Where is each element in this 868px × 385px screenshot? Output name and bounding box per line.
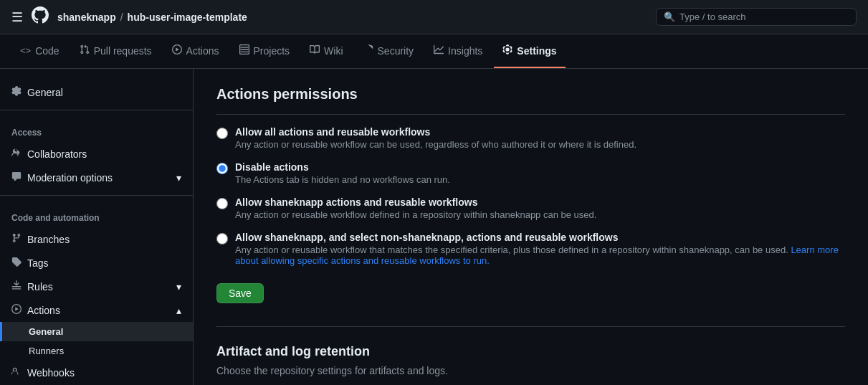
breadcrumb-repo[interactable]: hub-user-image-template [128,11,247,23]
sidebar-item-general-top[interactable]: General [0,80,193,104]
sidebar-label-moderation: Moderation options [27,172,113,184]
nav-item-projects[interactable]: Projects [231,34,299,68]
nav-item-security[interactable]: Security [355,34,423,68]
people-icon [11,148,22,160]
option-shaneknapp-desc: Any action or reusable workflow defined … [235,209,596,220]
search-placeholder: Type / to search [679,11,746,22]
option-allow-all-content: Allow all actions and reusable workflows… [235,126,636,150]
shield-icon [363,44,373,57]
sidebar-item-actions-expand[interactable]: Actions ▴ [0,298,193,322]
sidebar-label-actions: Actions [27,305,60,316]
option-disable-label: Disable actions [235,161,450,173]
sidebar-label-rules: Rules [27,281,53,293]
option-disable-actions: Disable actions The Actions tab is hidde… [216,161,845,185]
option-disable-desc: The Actions tab is hidden and no workflo… [235,174,450,185]
page-title: Actions permissions [216,86,845,115]
option-shaneknapp-label: Allow shaneknapp actions and reusable wo… [235,196,596,208]
option-allow-select: Allow shaneknapp, and select non-shanekn… [216,232,845,266]
rules-icon [11,280,22,293]
sidebar-item-webhooks[interactable]: Webhooks [0,361,193,384]
graph-icon [434,44,444,57]
tag-icon [11,257,22,269]
option-allow-shaneknapp: Allow shaneknapp actions and reusable wo… [216,196,845,220]
webhook-icon [11,366,22,379]
gear-icon [11,86,22,98]
nav-item-code[interactable]: <> Code [11,34,68,68]
sidebar-item-moderation[interactable]: Moderation options ▾ [0,166,193,189]
option-allow-all: Allow all actions and reusable workflows… [216,126,845,150]
sidebar-item-branches[interactable]: Branches [0,227,193,251]
nav-item-actions[interactable]: Actions [163,34,228,68]
sidebar-label-webhooks: Webhooks [27,367,75,379]
table-icon [239,44,249,57]
option-allow-all-desc: Any action or reusable workflow can be u… [235,139,636,150]
nav-item-settings[interactable]: Settings [494,34,565,68]
pr-icon [80,44,90,57]
option-select-label: Allow shaneknapp, and select non-shanekn… [235,232,845,243]
main-content: Actions permissions Allow all actions an… [194,69,868,385]
nav-label-pr: Pull requests [94,45,152,57]
sidebar-sub-label-general: General [29,326,63,337]
breadcrumb-sep: / [120,11,123,23]
topbar: ☰ shaneknapp / hub-user-image-template 🔍… [0,0,868,34]
nav-label-code: Code [35,45,59,57]
artifact-title: Artifact and log retention [216,344,845,359]
nav-label-insights: Insights [448,45,482,57]
nav-label-security: Security [378,45,414,57]
nav-label-wiki: Wiki [324,45,343,57]
option-select-desc: Any action or reusable workflow that mat… [235,244,845,266]
radio-allow-select[interactable] [216,233,228,244]
sidebar-sub-item-runners[interactable]: Runners [0,341,193,361]
nav-label-projects: Projects [254,45,290,57]
option-disable-content: Disable actions The Actions tab is hidde… [235,161,450,185]
page-layout: General Access Collaborators Moderation … [0,69,868,385]
sidebar-label-collaborators: Collaborators [27,148,87,160]
chevron-down-icon: ▾ [176,172,181,184]
book-icon [310,44,320,57]
option-allow-all-label: Allow all actions and reusable workflows [235,126,636,138]
gear-icon [502,44,512,57]
nav-label-settings: Settings [517,45,556,57]
radio-disable-actions[interactable] [216,163,228,174]
nav-label-actions: Actions [186,45,219,57]
sidebar-label-general: General [27,87,63,98]
breadcrumb-user[interactable]: shaneknapp [57,11,116,23]
play-icon [172,44,182,57]
sidebar-section-code: Code and automation [0,201,193,227]
radio-allow-all[interactable] [216,128,228,139]
search-icon: 🔍 [664,11,675,22]
sidebar: General Access Collaborators Moderation … [0,69,194,385]
nav-item-wiki[interactable]: Wiki [301,34,351,68]
save-button[interactable]: Save [216,283,264,303]
sidebar-item-rules[interactable]: Rules ▾ [0,275,193,298]
sidebar-label-branches: Branches [27,234,70,245]
sidebar-sub-item-general[interactable]: General [0,322,193,341]
breadcrumb: shaneknapp / hub-user-image-template [57,11,247,23]
radio-allow-shaneknapp[interactable] [216,198,228,209]
play-icon-sidebar [11,304,22,316]
artifact-section: Artifact and log retention Choose the re… [216,326,845,376]
sidebar-item-tags[interactable]: Tags [0,251,193,275]
option-shaneknapp-content: Allow shaneknapp actions and reusable wo… [235,196,596,220]
repo-nav: <> Code Pull requests Actions Projects W… [0,34,868,69]
chevron-up-icon: ▴ [176,305,181,316]
option-select-content: Allow shaneknapp, and select non-shanekn… [235,232,845,266]
sidebar-item-collaborators[interactable]: Collaborators [0,142,193,166]
code-icon: <> [20,45,31,56]
branch-icon [11,233,22,245]
sidebar-label-tags: Tags [27,257,49,269]
chevron-down-rules-icon: ▾ [176,281,181,293]
github-logo [32,6,49,28]
hamburger-menu[interactable]: ☰ [11,9,23,25]
option-select-desc-text: Any action or reusable workflow that mat… [235,244,791,255]
actions-permissions-options: Allow all actions and reusable workflows… [216,126,845,266]
nav-item-insights[interactable]: Insights [425,34,491,68]
sidebar-sub-label-runners: Runners [29,346,64,356]
nav-item-pull-requests[interactable]: Pull requests [71,34,161,68]
search-bar[interactable]: 🔍 Type / to search [656,8,857,26]
artifact-desc: Choose the repository settings for artif… [216,365,845,376]
comment-icon [11,171,22,184]
sidebar-section-access: Access [0,116,193,142]
